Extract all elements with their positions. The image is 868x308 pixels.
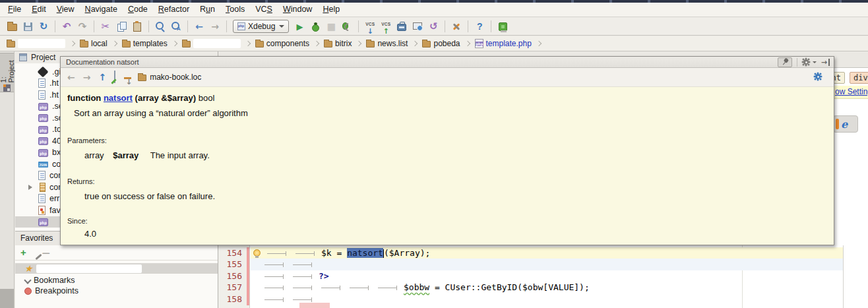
breadcrumb-redacted[interactable] xyxy=(181,39,242,48)
favorites-remove-button[interactable] xyxy=(42,247,50,259)
navigate-back-button[interactable] xyxy=(191,19,207,34)
redo-button[interactable] xyxy=(75,19,90,34)
php-file-icon xyxy=(38,114,48,122)
menu-navigate[interactable]: Navigate xyxy=(80,3,123,16)
breadcrumb-label: template.php xyxy=(486,39,532,48)
deploy-button[interactable] xyxy=(394,19,410,34)
breadcrumb-local[interactable]: local xyxy=(78,39,109,48)
popup-settings-button[interactable] xyxy=(802,58,817,66)
plugin-button[interactable] xyxy=(495,19,511,34)
line-number: 158 xyxy=(218,293,242,305)
favorites-tab[interactable]: Favorites xyxy=(15,231,64,245)
favorites-list-bookmarks[interactable]: Bookmarks xyxy=(15,275,218,286)
breadcrumb-bitrix[interactable]: bitrix xyxy=(323,39,353,48)
expander-icon[interactable] xyxy=(28,185,32,190)
menu-code[interactable]: Code xyxy=(123,3,153,16)
dock-icon[interactable] xyxy=(821,59,830,66)
doc-forward-button[interactable] xyxy=(83,71,91,83)
editor-code-area[interactable]: 154 155 156 157 158 $k = natsort($Array)… xyxy=(218,245,868,308)
run-configuration-select[interactable]: Xdebug xyxy=(233,20,289,33)
tool-window-button-bottom[interactable] xyxy=(0,289,14,308)
code-line-156[interactable]: ?> xyxy=(251,270,843,282)
editor-scrollbar[interactable] xyxy=(843,245,868,308)
rollback-button[interactable] xyxy=(425,19,441,34)
line-number: 154 xyxy=(218,247,242,259)
run-button[interactable] xyxy=(292,19,307,34)
breadcrumb-components[interactable]: components xyxy=(254,39,311,48)
code-line-157[interactable]: $obbw = CUser::GetByID($obw[VALUE]); xyxy=(251,282,843,293)
tree-item-label: .ht xyxy=(49,90,59,100)
settings-button[interactable] xyxy=(449,19,464,34)
folder-icon xyxy=(80,41,88,47)
menu-vcs[interactable]: VCS xyxy=(250,3,278,16)
documentation-popup: Documentation natsort mako-book.loc func… xyxy=(60,56,834,245)
open-folder-button[interactable] xyxy=(4,19,20,34)
remote-host-button[interactable] xyxy=(410,19,425,34)
breadcrumb-template.php[interactable]: template.php xyxy=(474,39,533,48)
coverage-button[interactable] xyxy=(323,19,339,34)
menu-help[interactable]: Help xyxy=(317,3,345,16)
menu-run[interactable]: Run xyxy=(195,3,220,16)
vcs-update-button[interactable] xyxy=(362,19,378,34)
file-file-icon xyxy=(38,90,46,100)
synchronize-button[interactable] xyxy=(36,19,51,34)
php-config-icon xyxy=(237,22,245,30)
tab-whitespace-marker xyxy=(293,251,317,257)
replace-button[interactable] xyxy=(168,19,184,34)
menu-refactor[interactable]: Refactor xyxy=(153,3,195,16)
menu-window[interactable]: Window xyxy=(278,3,317,16)
breadcrumb-label: components xyxy=(266,39,309,48)
breadcrumb-templates[interactable]: templates xyxy=(121,39,169,48)
toolbar-separator xyxy=(358,20,359,32)
debug-button[interactable] xyxy=(307,19,323,34)
menu-file[interactable]: File xyxy=(3,3,26,16)
favorites-list-breakpoints[interactable]: Breakpoints xyxy=(15,286,218,296)
doc-up-button[interactable] xyxy=(98,71,106,83)
pin-button[interactable] xyxy=(778,57,792,67)
tool-window-button-project[interactable]: 1: Project xyxy=(0,53,14,92)
attach-debugger-button[interactable] xyxy=(339,19,355,34)
internet-explorer-icon[interactable]: e xyxy=(841,118,848,131)
doc-location[interactable]: mako-book.loc xyxy=(138,73,201,82)
undo-button[interactable] xyxy=(59,19,75,34)
up-arrow-icon xyxy=(98,71,106,82)
doc-edit-button[interactable] xyxy=(114,71,115,83)
vcs-commit-button[interactable] xyxy=(378,19,394,34)
documentation-popup-titlebar[interactable]: Documentation natsort xyxy=(61,57,834,68)
intention-bulb-icon[interactable] xyxy=(253,249,261,258)
folder-icon xyxy=(422,41,431,47)
chevron-down-icon xyxy=(813,61,817,63)
help-button[interactable] xyxy=(472,19,487,34)
save-all-button[interactable] xyxy=(20,19,36,34)
function-name-link[interactable]: natsort xyxy=(104,93,133,103)
breadcrumb-pobeda[interactable]: pobeda xyxy=(421,39,461,48)
firefox-icon[interactable] xyxy=(836,119,839,129)
navigate-forward-button[interactable] xyxy=(207,19,223,34)
returns-text: true on success or false on failure. xyxy=(67,191,827,201)
show-settings-link[interactable]: ow Setting xyxy=(835,86,868,98)
editor-gutter: 154 155 156 157 158 xyxy=(218,245,250,308)
back-icon xyxy=(195,20,203,32)
chevron-down-icon xyxy=(24,278,30,284)
code-line-158[interactable] xyxy=(251,293,843,305)
save-icon xyxy=(24,22,32,31)
paste-button[interactable] xyxy=(129,19,145,34)
tab-whitespace-marker xyxy=(290,285,314,291)
doc-back-button[interactable] xyxy=(67,71,75,83)
code-line-155[interactable] xyxy=(251,259,843,270)
editor-breadcrumb-tag-div[interactable]: div xyxy=(850,72,868,84)
forward-icon xyxy=(83,71,91,82)
favorites-add-button[interactable] xyxy=(20,247,26,259)
copy-button[interactable] xyxy=(113,19,129,34)
breadcrumb-redacted[interactable] xyxy=(5,39,67,48)
cut-button[interactable] xyxy=(98,19,113,34)
menu-edit[interactable]: Edit xyxy=(26,3,51,16)
code-line-154[interactable]: $k = natsort($Array); xyxy=(251,247,843,259)
favorites-list-item[interactable]: ★ xyxy=(15,263,218,274)
menu-tools[interactable]: Tools xyxy=(220,3,250,16)
breadcrumb-news.list[interactable]: news.list xyxy=(365,39,409,48)
menu-view[interactable]: View xyxy=(51,3,80,16)
gear-icon xyxy=(814,73,822,80)
doc-settings-button[interactable] xyxy=(814,71,827,83)
find-button[interactable] xyxy=(152,19,168,34)
